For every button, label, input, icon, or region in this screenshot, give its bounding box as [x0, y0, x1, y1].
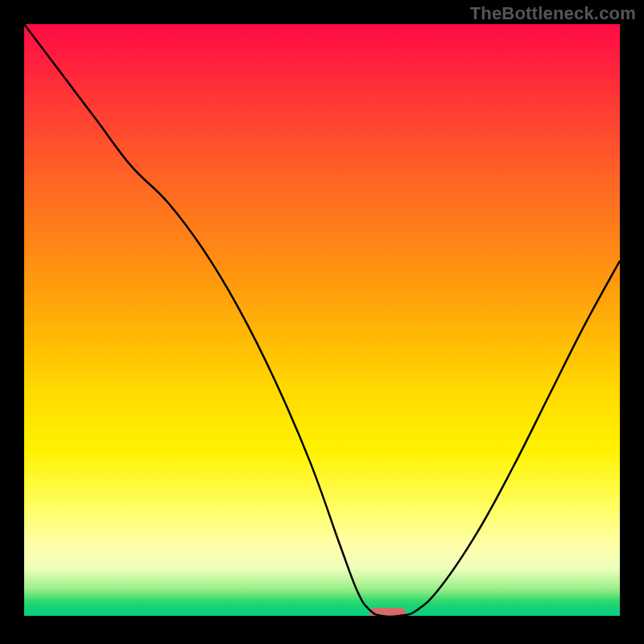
watermark-text: TheBottleneck.com: [470, 3, 636, 24]
bottleneck-curve: [24, 24, 620, 616]
chart-frame: TheBottleneck.com: [0, 0, 644, 644]
plot-area: [24, 24, 620, 616]
bottleneck-curve-path: [24, 24, 620, 616]
